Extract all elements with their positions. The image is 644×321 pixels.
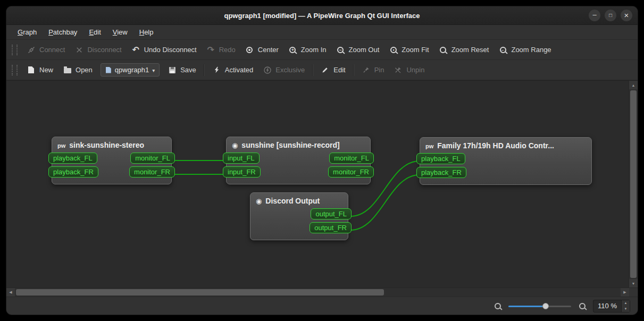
session-combo-value: qpwgraph1	[115, 66, 149, 74]
center-label: Center	[258, 46, 279, 54]
scroll-down-icon[interactable]	[629, 279, 638, 288]
save-button[interactable]: Save	[163, 63, 201, 77]
center-button[interactable]: Center	[240, 43, 283, 57]
pin-icon	[362, 65, 371, 74]
unpin-button[interactable]: Unpin	[389, 63, 429, 77]
edit-label: Edit	[333, 66, 345, 74]
node-sunshine[interactable]: sunshine [sunshine-record] input_FL moni…	[226, 137, 371, 184]
menu-patchbay[interactable]: Patchbay	[43, 26, 83, 38]
zoom-slider-handle[interactable]	[542, 303, 549, 309]
port-output-fl[interactable]: output_FL	[311, 208, 352, 219]
window-title: qpwgraph1 [modified] — A PipeWire Graph …	[6, 12, 638, 20]
unpin-label: Unpin	[406, 66, 424, 74]
exclusive-button[interactable]: Exclusive	[258, 63, 310, 77]
disconnect-button[interactable]: Disconnect	[70, 43, 126, 57]
close-button[interactable]	[621, 10, 632, 21]
toolbar-separator	[312, 64, 313, 76]
session-combo[interactable]: qpwgraph1	[101, 63, 160, 77]
menu-edit[interactable]: Edit	[83, 26, 106, 38]
application-icon	[232, 141, 238, 149]
menu-view[interactable]: View	[107, 26, 133, 38]
zoom-in-button[interactable]: + Zoom In	[283, 43, 331, 57]
scroll-up-icon[interactable]	[629, 81, 638, 89]
spin-up-icon[interactable]	[622, 300, 630, 306]
activated-button[interactable]: Activated	[207, 63, 258, 77]
node-title: Family 17h/19h HD Audio Contr...	[437, 141, 554, 150]
pipewire-icon	[425, 141, 433, 150]
connect-icon	[27, 45, 36, 54]
open-button[interactable]: Open	[58, 63, 97, 77]
zoom-range-label: Zoom Range	[511, 46, 551, 54]
new-button[interactable]: New	[22, 63, 58, 77]
port-monitor-fl[interactable]: monitor_FL	[329, 153, 374, 164]
titlebar[interactable]: qpwgraph1 [modified] — A PipeWire Graph …	[6, 6, 638, 25]
connect-button[interactable]: Connect	[22, 43, 70, 57]
minimize-button[interactable]	[589, 10, 600, 21]
new-file-icon	[27, 65, 36, 74]
port-input-fl[interactable]: input_FL	[223, 153, 260, 164]
pipewire-icon	[57, 141, 65, 149]
port-output-fr[interactable]: output_FR	[310, 222, 352, 233]
zoom-in-mini-icon[interactable]	[578, 301, 587, 310]
port-playback-fl[interactable]: playback_FL	[48, 153, 97, 164]
node-family-hd-audio[interactable]: Family 17h/19h HD Audio Contr... playbac…	[420, 137, 592, 185]
zoom-out-mini-icon[interactable]	[493, 301, 502, 310]
window-controls	[589, 10, 638, 21]
new-label: New	[39, 66, 53, 74]
zoom-out-button[interactable]: − Zoom Out	[331, 43, 384, 57]
port-playback-fl[interactable]: playback_FL	[416, 153, 465, 164]
node-discord-output[interactable]: Discord Output output_FL output_FR	[250, 192, 348, 240]
edit-button[interactable]: Edit	[316, 63, 350, 77]
spin-down-icon[interactable]	[622, 306, 630, 312]
patchbay-file-icon	[105, 65, 112, 74]
zoom-reset-button[interactable]: Zoom Reset	[434, 43, 494, 57]
vertical-scrollbar[interactable]	[629, 80, 638, 288]
zoom-slider[interactable]	[508, 302, 571, 310]
app-window: qpwgraph1 [modified] — A PipeWire Graph …	[6, 6, 638, 315]
zoom-reset-label: Zoom Reset	[451, 46, 489, 54]
connect-label: Connect	[39, 46, 65, 54]
menu-graph[interactable]: Graph	[12, 26, 43, 38]
scroll-left-icon[interactable]	[6, 288, 15, 297]
redo-button[interactable]: Redo	[202, 43, 240, 57]
maximize-button[interactable]	[605, 10, 616, 21]
redo-label: Redo	[219, 46, 236, 54]
node-title: sink-sunshine-stereo	[69, 141, 144, 149]
port-monitor-fl[interactable]: monitor_FL	[130, 153, 175, 164]
horizontal-scrollbar[interactable]	[6, 288, 638, 297]
scroll-right-icon[interactable]	[621, 288, 629, 297]
zoom-value: 110 %	[593, 300, 621, 312]
zoom-out-label: Zoom Out	[349, 46, 380, 54]
toolbar-grip[interactable]	[12, 65, 18, 75]
port-playback-fr[interactable]: playback_FR	[416, 167, 466, 178]
port-input-fr[interactable]: input_FR	[223, 166, 261, 178]
activated-label: Activated	[225, 66, 253, 74]
port-monitor-fr[interactable]: monitor_FR	[328, 166, 374, 178]
center-icon	[245, 45, 254, 54]
zoom-spinbox[interactable]: 110 %	[593, 300, 630, 312]
port-playback-fr[interactable]: playback_FR	[48, 166, 98, 178]
zoom-fit-button[interactable]: ▪ Zoom Fit	[384, 43, 433, 57]
pin-label: Pin	[374, 66, 384, 74]
open-label: Open	[76, 66, 93, 74]
exclusive-label: Exclusive	[275, 66, 305, 74]
zoom-reset-icon	[439, 45, 448, 54]
save-label: Save	[180, 66, 196, 74]
toolbar-file: New Open qpwgraph1 Save Activated Exclus…	[6, 60, 638, 80]
pin-button[interactable]: Pin	[357, 63, 389, 77]
toolbar-separator	[204, 64, 205, 76]
zoom-fit-icon: ▪	[389, 45, 398, 54]
zoom-range-icon: ⌐	[498, 45, 507, 54]
zoom-range-button[interactable]: ⌐ Zoom Range	[494, 43, 556, 57]
port-monitor-fr[interactable]: monitor_FR	[129, 166, 175, 178]
menubar: Graph Patchbay Edit View Help	[6, 25, 638, 40]
toolbar-grip[interactable]	[12, 45, 18, 55]
undo-disconnect-button[interactable]: Undo Disconnect	[127, 43, 202, 57]
menu-help[interactable]: Help	[133, 26, 160, 38]
vertical-scroll-thumb[interactable]	[630, 90, 637, 278]
node-sink-sunshine-stereo[interactable]: sink-sunshine-stereo playback_FL monitor…	[52, 137, 172, 184]
graph-canvas[interactable]: sink-sunshine-stereo playback_FL monitor…	[6, 80, 629, 288]
horizontal-scroll-thumb[interactable]	[16, 289, 384, 295]
disconnect-icon	[74, 45, 83, 54]
node-title: sunshine [sunshine-record]	[241, 141, 339, 149]
